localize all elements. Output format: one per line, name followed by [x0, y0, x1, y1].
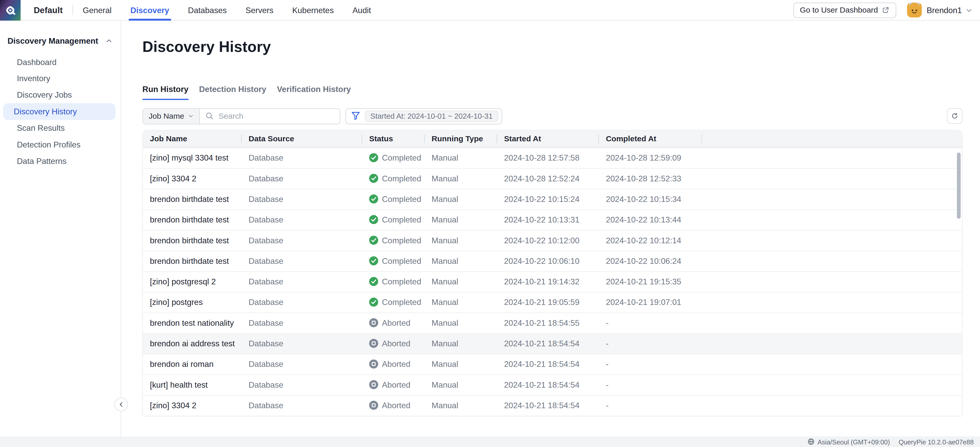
timezone-indicator[interactable]: Asia/Seoul (GMT+09:00) — [808, 438, 890, 445]
table-scrollbar-thumb[interactable] — [957, 152, 961, 219]
table-row[interactable]: brendon birthdate test Database Complete… — [143, 209, 962, 230]
cell-filler — [702, 230, 962, 251]
cell-completed-at: 2024-10-28 12:52:33 — [599, 169, 702, 188]
cell-job-name: brendon birthdate test — [143, 189, 242, 209]
cell-job-name: [zino] 3304 2 — [143, 169, 242, 188]
search-box — [200, 109, 340, 123]
cell-job-name: brendon ai roman — [143, 354, 242, 374]
table-row[interactable]: brendon birthdate test Database Complete… — [143, 251, 962, 271]
nav-item[interactable]: Audit — [352, 0, 371, 20]
cell-data-source: Database — [242, 334, 363, 353]
sidebar-item[interactable]: Scan Results — [3, 120, 116, 136]
table-row[interactable]: [zino] 3304 2 Database Aborted — [143, 395, 962, 415]
cell-data-source: Database — [242, 292, 363, 312]
started-at-filter-badge[interactable]: Started At: 2024-10-01 ~ 2024-10-31 — [365, 110, 498, 121]
cell-running-type: Manual — [425, 292, 497, 312]
main-layout: Discovery Management Dashboard Inventory… — [0, 21, 980, 436]
cell-completed-at: 2024-10-21 19:07:01 — [599, 292, 702, 312]
cell-data-source: Database — [242, 189, 363, 209]
cell-started-at: 2024-10-21 19:14:32 — [497, 271, 599, 292]
content-area: Discovery History Run History Detection … — [121, 21, 980, 436]
cell-filler — [702, 375, 962, 395]
table-row[interactable]: brendon birthdate test Database Complete… — [143, 230, 962, 250]
sidebar-item[interactable]: Data Patterns — [3, 153, 116, 169]
cell-started-at: 2024-10-22 10:06:10 — [497, 251, 599, 271]
sidebar-item[interactable]: Inventory — [3, 70, 116, 86]
tab[interactable]: Verification History — [277, 85, 351, 100]
cell-job-name: [zino] postgres — [143, 292, 242, 312]
nav-item[interactable]: General — [83, 0, 111, 20]
cell-completed-at: - — [599, 375, 702, 395]
cell-data-source: Database — [242, 148, 363, 168]
refresh-button[interactable] — [947, 108, 963, 124]
cell-running-type: Manual — [425, 354, 497, 374]
search-input[interactable] — [217, 111, 334, 121]
app-window: Default General Discovery Databases Serv… — [0, 0, 980, 447]
table-row[interactable]: [zino] mysql 3304 test Database Complete… — [143, 147, 962, 168]
cell-job-name: brendon birthdate test — [143, 210, 242, 230]
cell-completed-at: 2024-10-21 19:15:35 — [599, 271, 702, 292]
table-row[interactable]: [zino] postgres Database Completed — [143, 292, 962, 312]
filter-toolbar: Job Name Started At: 2 — [142, 108, 963, 124]
cell-job-name: brendon test nationality — [143, 313, 242, 333]
completed-icon — [369, 277, 378, 286]
tab[interactable]: Detection History — [199, 85, 266, 100]
cell-running-type: Manual — [425, 148, 497, 168]
table-row[interactable]: [zino] 3304 2 Database Completed — [143, 168, 962, 188]
cell-completed-at: 2024-10-28 12:59:09 — [599, 148, 702, 168]
cell-filler — [702, 210, 962, 230]
nav-item[interactable]: Servers — [245, 0, 274, 20]
user-name: Brendon1 — [927, 5, 962, 15]
aborted-icon — [369, 380, 378, 389]
cell-job-name: [zino] mysql 3304 test — [143, 148, 242, 168]
cell-completed-at: - — [599, 395, 702, 415]
status-label: Completed — [382, 153, 421, 163]
cell-status: Aborted — [362, 354, 425, 374]
status-label: Aborted — [382, 401, 410, 410]
aborted-icon — [369, 360, 378, 369]
status-bar: Asia/Seoul (GMT+09:00) QueryPie 10.2.0-a… — [0, 436, 980, 447]
table-header-cell: Started At — [497, 130, 599, 147]
cell-status: Completed — [362, 271, 425, 292]
status-label: Aborted — [382, 318, 410, 328]
querypie-logo-icon — [4, 3, 17, 16]
sidebar-item[interactable]: Discovery History — [3, 103, 116, 120]
table-row[interactable]: [zino] postgresql 2 Database Completed — [143, 271, 962, 292]
completed-icon — [369, 215, 378, 224]
sidebar-section-header[interactable]: Discovery Management — [0, 36, 121, 46]
table-row[interactable]: brendon birthdate test Database Complete… — [143, 188, 962, 209]
cell-completed-at: - — [599, 334, 702, 353]
top-navigation: Default General Discovery Databases Serv… — [0, 0, 980, 21]
cell-running-type: Manual — [425, 375, 497, 395]
nav-item[interactable]: Databases — [188, 0, 227, 20]
cell-running-type: Manual — [425, 334, 497, 353]
querypie-logo[interactable] — [0, 0, 21, 20]
cell-data-source: Database — [242, 169, 363, 188]
filter-funnel-icon[interactable] — [351, 111, 361, 121]
sidebar-item[interactable]: Discovery Jobs — [3, 87, 116, 103]
nav-item[interactable]: Discovery — [130, 0, 169, 20]
cell-running-type: Manual — [425, 251, 497, 271]
status-label: Completed — [382, 236, 421, 245]
table-row[interactable]: [kurt] health test Database Aborted — [143, 374, 962, 394]
table-header-row: Job Name Data Source Status Running Type… — [143, 130, 962, 147]
chevron-down-icon — [188, 113, 194, 119]
sidebar-item[interactable]: Detection Profiles — [3, 136, 116, 153]
table-row[interactable]: brendon ai roman Database Aborted — [143, 353, 962, 374]
sidebar-item[interactable]: Dashboard — [3, 54, 116, 70]
cell-running-type: Manual — [425, 169, 497, 188]
tab[interactable]: Run History — [142, 85, 188, 100]
table-row[interactable]: brendon ai address test Database Aborted — [143, 333, 962, 353]
cell-filler — [702, 169, 962, 188]
completed-icon — [369, 256, 378, 265]
search-field-selector[interactable]: Job Name — [143, 109, 200, 123]
sidebar-collapse-button[interactable] — [114, 398, 128, 412]
cell-completed-at: - — [599, 354, 702, 374]
table-row[interactable]: brendon test nationality Database Aborte… — [143, 312, 962, 333]
go-to-user-dashboard-button[interactable]: Go to User Dashboard — [793, 2, 896, 18]
cell-completed-at: 2024-10-22 10:13:44 — [599, 210, 702, 230]
nav-item[interactable]: Kubernetes — [292, 0, 334, 20]
user-menu[interactable]: Brendon1 — [896, 3, 972, 18]
aborted-icon — [369, 318, 378, 327]
table-header-cell: Completed At — [599, 130, 702, 147]
